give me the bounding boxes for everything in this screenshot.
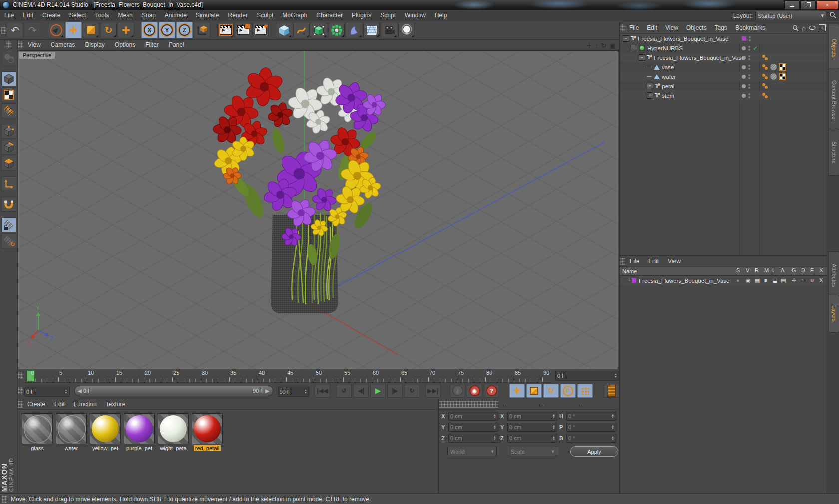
tab-objects[interactable]: Objects [828,24,839,73]
column-header-m[interactable]: M [764,267,769,273]
enable-dot[interactable] [742,46,746,50]
menu-create[interactable]: Create [38,10,65,21]
material-label[interactable]: red_petail [194,445,221,451]
material-menu-create[interactable]: Create [23,399,50,410]
tool-align-workplane-button[interactable]: ↻ [1,233,16,248]
om-menu-edit[interactable]: Edit [643,22,661,33]
visibility-dots[interactable] [748,55,750,60]
layer-toggle-render-icon[interactable]: ▦ [755,278,760,283]
rotation-h-field[interactable]: 0 °▲▼ [566,412,616,421]
rotation-b-field[interactable]: 0 °▲▼ [566,434,616,443]
phong-tag[interactable] [762,92,768,99]
position-y-field[interactable]: 0 cm▲▼ [448,423,498,432]
tool-lock-workplane-button[interactable] [1,217,16,232]
menu-mograph[interactable]: MoGraph [278,10,312,21]
current-frame-spinner[interactable]: 0 F▲▼ [24,387,70,397]
expander-collapse[interactable]: − [631,45,637,51]
menu-plugins[interactable]: Plugins [347,10,376,21]
layer-toggle-solo-icon[interactable]: ● [736,278,740,283]
transport-keyframe-selection-button[interactable]: ? [484,384,499,398]
transport-goto-next-frame-button[interactable]: |▶ [387,384,403,398]
size-z-field[interactable]: 0 cm▲▼ [507,434,557,443]
menu-render[interactable]: Render [224,10,252,21]
object-row-petal[interactable]: +Ꞁ0petal [620,81,828,91]
transport-record-scale-toggle[interactable] [526,384,542,398]
tab-attributes[interactable]: Attributes [828,251,839,300]
material-red-petail[interactable]: red_petail [192,413,223,451]
tool-axis-mode-button[interactable] [1,176,16,191]
layers-menu-edit[interactable]: Edit [644,256,663,267]
name-column-header[interactable]: Name [622,268,637,274]
toolbar-add-deformer-button[interactable] [346,22,362,38]
object-row-hypernurbs[interactable]: −HyperNURBS✓ [620,43,828,53]
layer-name[interactable]: Freesia_Flowers_Bouquet_in_Vase [639,278,729,284]
transport-filmstrip-button[interactable] [604,384,619,398]
visibility-dots[interactable] [748,93,750,98]
menu-tools[interactable]: Tools [90,10,113,21]
scale-mode-dropdown[interactable]: Scale▾ [508,447,557,456]
toolbar-last-used-tool-button[interactable]: ✚ [118,22,134,38]
column-header-r[interactable]: R [755,267,759,273]
menu-select[interactable]: Select [65,10,90,21]
timeline-ruler[interactable]: 051015202530354045505560657075808590 [23,369,551,383]
transport-record-parameter-toggle[interactable]: P [560,384,576,398]
object-name[interactable]: water [662,74,676,80]
tab-content-browser[interactable]: Content Browser [828,68,839,134]
search-icon[interactable] [829,11,836,18]
transport-goto-previous-key-button[interactable]: ↺ [336,384,352,398]
om-menu-view[interactable]: View [661,22,682,33]
toolbar-add-light-button[interactable] [398,22,415,38]
visibility-dots[interactable] [748,65,750,70]
menu-file[interactable]: File [0,10,18,21]
layer-toggle-xref-icon[interactable]: X [819,278,823,283]
add-icon[interactable]: + [819,24,826,31]
phong-tag[interactable] [762,73,768,80]
minimize-button[interactable] [784,0,800,10]
object-row-stem[interactable]: +Ꞁ0stem [620,91,828,100]
material-yellow-pet[interactable]: yellow_pet [90,413,121,451]
material-label[interactable]: yellow_pet [92,445,118,451]
expander-expand[interactable]: + [647,83,653,89]
panel-grip[interactable] [18,401,23,408]
material-wight-peta[interactable]: wight_peta [158,413,189,451]
column-header-g[interactable]: G [792,267,796,273]
object-name[interactable]: petal [662,83,674,89]
coordinate-system-dropdown[interactable]: World▾ [447,447,497,456]
transport-goto-start-button[interactable]: |◀◀ [315,384,330,398]
toolbar-lock-y-button[interactable]: Y [159,22,175,38]
panel-grip[interactable] [18,372,23,379]
menu-script[interactable]: Script [376,10,400,21]
expander-expand[interactable]: + [647,92,653,99]
toolbar-lock-x-button[interactable]: X [141,22,158,38]
toolbar-add-array-button[interactable] [328,22,345,38]
tab-layers[interactable]: Layers [828,295,839,333]
viewport-menu-view[interactable]: View [23,40,46,50]
end-frame-spinner[interactable]: 90 F▲▼ [278,387,310,397]
column-header-a[interactable]: A [781,267,784,273]
texture-tag[interactable] [770,63,777,71]
visibility-dots[interactable] [748,84,750,89]
material-label[interactable]: glass [31,445,44,451]
preview-range-slider[interactable]: ◀ 0 F 90 F ▶ [74,386,273,396]
tool-edges-mode-button[interactable] [1,140,16,155]
material-label[interactable]: wight_peta [160,445,186,451]
toolbar-rotate-button[interactable]: ↻ [100,22,117,38]
object-name[interactable]: stem [662,93,674,99]
viewport-menu-options[interactable]: Options [110,40,140,50]
size-x-field[interactable]: 0 cm▲▼ [507,412,557,421]
toolbar-lock-z-button[interactable]: Z [176,22,193,38]
restore-button[interactable] [800,0,816,10]
tool-snap-button[interactable] [1,197,16,212]
texture-tag[interactable] [770,73,777,80]
viewport-menu-panel[interactable]: Panel [164,40,189,50]
visibility-dots[interactable] [749,36,751,41]
search-icon[interactable] [792,25,799,31]
layer-color-swatch[interactable] [742,36,746,41]
layer-row[interactable]: └ Freesia_Flowers_Bouquet_in_Vase ●◉▦≡⬓▤… [620,276,828,285]
position-x-field[interactable]: 0 cm▲▼ [448,412,498,421]
layer-toggle-animation-icon[interactable]: ▤ [781,278,786,283]
column-header-v[interactable]: V [746,267,749,273]
toolbar-render-view-button[interactable] [217,22,234,38]
transport-record-rotation-toggle[interactable]: ↻ [543,384,559,398]
toolbar-redo-button[interactable]: ↷ [24,22,41,38]
